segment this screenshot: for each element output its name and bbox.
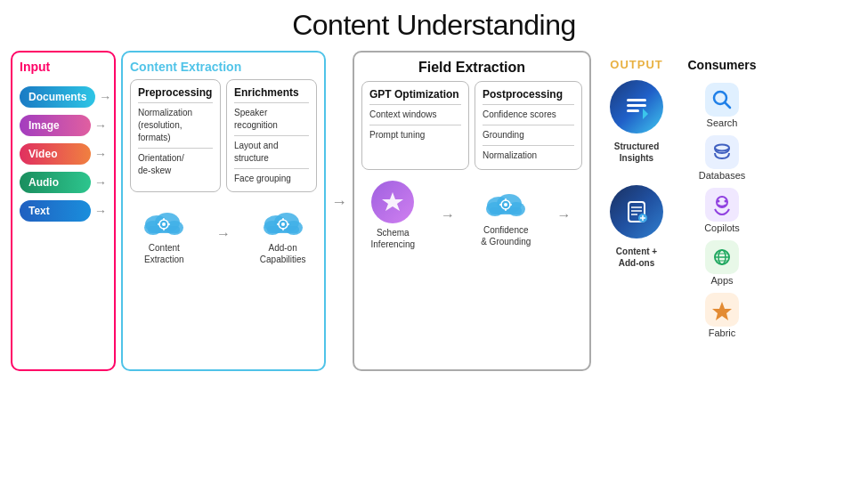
main-arrow-1: → xyxy=(331,193,347,212)
arrow-schema-to-confidence: → xyxy=(441,207,455,223)
structured-insights-icon xyxy=(621,92,652,122)
field-extraction-section: Field Extraction GPT Optimization Contex… xyxy=(353,51,591,371)
svg-marker-56 xyxy=(712,302,732,320)
confidence-label: Confidence& Grounding xyxy=(481,224,531,247)
apps-label: Apps xyxy=(710,275,733,286)
documents-label: Documents xyxy=(28,91,86,103)
fabric-icon-circle xyxy=(705,293,739,327)
copilots-icon xyxy=(710,193,734,216)
pill-video: Video xyxy=(20,143,91,165)
audio-label: Audio xyxy=(28,176,59,189)
arrow-confidence-to-output: → xyxy=(556,207,571,223)
copilots-label: Copilots xyxy=(704,222,740,233)
input-row-audio: Audio → xyxy=(20,172,107,193)
svg-point-50 xyxy=(725,200,727,203)
preprocessing-item1: Normalization (resolution, formats) xyxy=(138,107,213,144)
apps-icon-circle xyxy=(705,240,739,274)
svg-point-6 xyxy=(162,222,166,226)
gpt-box: GPT Optimization Context windows Prompt … xyxy=(361,81,469,170)
enrichments-item2: Layout and structure xyxy=(234,140,309,165)
structured-insights-circle xyxy=(610,80,663,133)
arrow-audio: → xyxy=(94,175,107,190)
fabric-label: Fabric xyxy=(709,327,736,338)
databases-icon xyxy=(710,141,734,164)
schema-star-icon xyxy=(380,190,405,214)
post-item2: Grounding xyxy=(483,129,574,141)
page-title: Content Understanding xyxy=(292,9,576,42)
search-icon-circle xyxy=(705,83,739,117)
arrow-to-field: → xyxy=(331,51,347,212)
field-extraction-label: Field Extraction xyxy=(361,60,582,76)
cloud-addon-icon xyxy=(260,203,306,238)
content-addons-icon xyxy=(621,197,652,227)
cloud-extraction-label: ContentExtraction xyxy=(144,242,183,265)
content-extraction-section: Content Extraction Preprocessing Normali… xyxy=(121,51,326,371)
enrichments-title: Enrichments xyxy=(234,86,309,99)
content-extraction-label: Content Extraction xyxy=(130,60,241,74)
cloud-extraction-icon xyxy=(141,203,187,238)
enrichments-box: Enrichments Speaker recognition Layout a… xyxy=(226,79,317,192)
postprocessing-box: Postprocessing Confidence scores Groundi… xyxy=(475,81,582,170)
output-section: OUTPUT StructuredInsights xyxy=(596,51,677,269)
structured-insights-label: StructuredInsights xyxy=(614,141,660,164)
fe-boxes-row: GPT Optimization Context windows Prompt … xyxy=(361,81,582,170)
confidence-item: Confidence& Grounding xyxy=(481,183,531,247)
cloud-addon-label: Add-onCapabilities xyxy=(260,242,306,265)
databases-icon-circle xyxy=(705,135,739,169)
fe-cloud-row: SchemaInferencing → xyxy=(361,181,582,250)
gpt-item2: Prompt tuning xyxy=(369,129,461,141)
output-label: OUTPUT xyxy=(610,58,662,71)
svg-point-29 xyxy=(504,203,507,206)
gpt-title: GPT Optimization xyxy=(369,88,461,101)
input-label: Input xyxy=(20,60,50,74)
enrichments-item1: Speaker recognition xyxy=(234,107,309,132)
content-boxes-row: Preprocessing Normalization (resolution,… xyxy=(130,79,317,192)
enrichments-item3: Face grouping xyxy=(234,173,309,185)
consumer-databases: Databases xyxy=(699,135,746,181)
arrow-image: → xyxy=(94,118,107,133)
cloud-addon: Add-onCapabilities xyxy=(260,203,306,265)
input-items: Documents → Image → Video → xyxy=(20,86,107,222)
video-label: Video xyxy=(28,148,57,160)
svg-rect-35 xyxy=(627,104,646,107)
fabric-icon xyxy=(710,298,734,321)
arrow-text: → xyxy=(94,204,107,218)
svg-point-17 xyxy=(281,222,285,226)
preprocessing-item2: Orientation/de-skew xyxy=(138,152,213,177)
input-row-video: Video → xyxy=(20,143,107,165)
content-addons-label: Content +Add-ons xyxy=(616,246,657,269)
content-cloud-row: ContentExtraction → xyxy=(130,203,317,265)
arrow-between-clouds: → xyxy=(216,226,231,242)
preprocessing-title: Preprocessing xyxy=(138,86,213,99)
arrow-documents: → xyxy=(99,90,111,104)
gpt-item1: Context windows xyxy=(369,109,461,121)
databases-label: Databases xyxy=(699,170,746,181)
svg-rect-36 xyxy=(627,109,639,112)
svg-rect-34 xyxy=(627,99,646,101)
confidence-cloud-icon xyxy=(483,183,529,221)
search-icon xyxy=(710,88,734,111)
input-row-image: Image → xyxy=(20,115,107,136)
search-label: Search xyxy=(707,117,738,128)
consumers-section: Consumers Search xyxy=(682,51,762,342)
svg-point-47 xyxy=(715,145,729,151)
cloud-extraction: ContentExtraction xyxy=(141,203,187,265)
consumer-fabric: Fabric xyxy=(705,293,739,338)
schema-label: SchemaInferencing xyxy=(371,227,415,250)
input-row-text: Text → xyxy=(20,200,107,222)
image-label: Image xyxy=(28,119,60,132)
arrow-video: → xyxy=(94,147,107,161)
text-label: Text xyxy=(28,205,50,217)
pill-audio: Audio xyxy=(20,172,91,193)
input-section: Input Documents → Image → Video xyxy=(11,51,116,371)
schema-icon xyxy=(371,181,414,223)
svg-point-49 xyxy=(718,200,720,203)
consumer-search: Search xyxy=(705,83,739,128)
post-item1: Confidence scores xyxy=(483,109,574,121)
consumers-label: Consumers xyxy=(687,58,756,72)
diagram-row: Input Documents → Image → Video xyxy=(11,51,857,371)
svg-marker-22 xyxy=(382,192,403,211)
preprocessing-box: Preprocessing Normalization (resolution,… xyxy=(130,79,221,192)
svg-marker-37 xyxy=(643,109,648,119)
input-row-documents: Documents → xyxy=(20,86,107,108)
